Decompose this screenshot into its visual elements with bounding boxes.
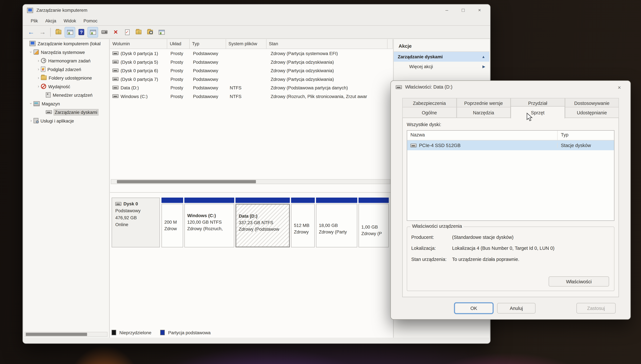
forward-button[interactable]: → (37, 27, 48, 38)
all-disks-list: Nazwa Typ PCIe-4 SSD 512GB Stacje dysków (407, 130, 614, 221)
menu-akcja[interactable]: Akcja (42, 17, 60, 24)
location-value: Lokalizacja 4 (Bus Number 0, Target Id 0… (452, 246, 555, 252)
performance-icon (41, 84, 46, 89)
apply-button[interactable]: Zastosuj (576, 303, 616, 314)
tab-poprzednie-wersje[interactable]: Poprzednie wersje (457, 98, 511, 108)
actions-more-item[interactable]: Więcej akcji ▶ (394, 62, 489, 72)
column-header-nazwa[interactable]: Nazwa (407, 131, 558, 140)
legend-primary-label: Partycja podstawowa (168, 330, 211, 335)
disk-list-row-selected[interactable]: PCIe-4 SSD 512GB Stacje dysków (407, 140, 614, 150)
properties-view-button[interactable] (156, 27, 167, 38)
scrollbar-thumb[interactable] (117, 180, 256, 183)
tree-item-device-manager[interactable]: Menedżer urządzeń (24, 91, 109, 99)
maximize-button[interactable]: □ (455, 5, 471, 15)
partition-512mb[interactable]: 512 MB Zdrowy (291, 198, 315, 247)
help-icon: ? (79, 29, 84, 35)
dialog-close-button[interactable]: × (612, 82, 626, 92)
column-header-system-plikow[interactable]: System plików (226, 39, 266, 48)
back-button[interactable]: ← (26, 27, 36, 38)
partition-data-d[interactable]: Data (D:) 337,23 GB NTFS Zdrowy (Podstaw… (236, 198, 290, 247)
close-button[interactable]: × (471, 5, 488, 15)
column-header-typ[interactable]: Typ (558, 131, 572, 140)
device-properties-button[interactable]: Właściwości (549, 276, 609, 286)
tree-item-system-tools[interactable]: › Narzędzia systemowe (24, 48, 109, 56)
volume-row[interactable]: Data (D:) Prosty Podstawowy NTFS Zdrowy … (110, 83, 393, 92)
disk-status: Online (115, 221, 156, 228)
volume-list-horizontal-scrollbar[interactable] (111, 179, 390, 184)
disk0-header[interactable]: Dysk 0 Podstawowy 476,92 GB Online (112, 198, 160, 247)
tree-item-storage[interactable]: › Magazyn (24, 99, 109, 108)
expander-icon[interactable]: › (29, 101, 33, 106)
tab-dostosowywanie[interactable]: Dostosowywanie (565, 98, 619, 108)
title-bar[interactable]: Zarządzanie komputerem – □ × (23, 4, 490, 16)
menu-plik[interactable]: Plik (27, 17, 42, 24)
tab-zabezpieczenia[interactable]: Zabezpieczenia (402, 98, 457, 108)
volume-row[interactable]: Windows (C:) Prosty Podstawowy NTFS Zdro… (110, 92, 393, 100)
expander-icon[interactable]: › (36, 76, 41, 80)
tree-item-shared-folders[interactable]: › Foldery udostępnione (24, 74, 109, 82)
drive-icon (410, 144, 416, 147)
producer-label: Producent: (411, 234, 452, 240)
tab-ogolne[interactable]: Ogólne (402, 107, 457, 118)
system-tools-icon (34, 49, 39, 54)
tree-item-services-applications[interactable]: › Usługi i aplikacje (24, 116, 109, 125)
forward-icon: → (39, 28, 46, 36)
tree-horizontal-scrollbar[interactable] (25, 332, 107, 337)
tree-item-event-viewer[interactable]: › Podgląd zdarzeń (24, 65, 109, 73)
collapse-icon[interactable]: ▲ (482, 55, 485, 59)
volume-row[interactable]: (Dysk 0 partycja 6) Prosty Podstawowy Zd… (110, 66, 393, 75)
expander-icon[interactable]: › (29, 50, 33, 54)
tab-sprzet[interactable]: Sprzęt (511, 106, 565, 118)
expander-icon[interactable]: › (36, 67, 41, 72)
dialog-title: Właściwości: Data (D:) (405, 84, 452, 89)
folder-search-icon (147, 30, 153, 34)
all-disks-label: Wszystkie dyski: (407, 122, 614, 127)
partition-windows-c[interactable]: Windows (C:) 120,00 GB NTFS Zdrowy (Rozr… (184, 198, 234, 247)
volume-row[interactable]: (Dysk 0 partycja 1) Prosty Podstawowy Zd… (110, 49, 393, 58)
tree-item-performance[interactable]: › Wydajność (24, 82, 109, 90)
column-header-wolumin[interactable]: Wolumin (110, 39, 167, 48)
actions-disk-management-group[interactable]: Zarządzanie dyskami ▲ (394, 52, 489, 62)
tab-narzedzia[interactable]: Narzędzia (457, 107, 511, 118)
storage-icon (34, 101, 40, 106)
partition-efi[interactable]: 200 M Zdrow (161, 198, 183, 247)
menu-pomoc[interactable]: Pomoc (80, 17, 101, 24)
disk-icon (115, 202, 121, 206)
app-icon (27, 8, 33, 13)
column-header-typ[interactable]: Typ (190, 39, 226, 48)
disk-management-pane: Wolumin Układ Typ System plików Stan (Dy… (110, 39, 393, 338)
expander-icon[interactable]: › (36, 84, 41, 88)
partition-18gb[interactable]: 18,00 GB Zdrowy (Party (316, 198, 357, 247)
ok-button[interactable]: OK (455, 303, 493, 314)
expander-icon[interactable]: › (29, 118, 34, 123)
scrollbar-thumb[interactable] (26, 333, 87, 336)
show-action-pane-button[interactable] (88, 27, 98, 38)
volume-row[interactable]: (Dysk 0 partycja 7) Prosty Podstawowy Zd… (110, 75, 393, 83)
column-header-stan[interactable]: Stan (266, 39, 387, 48)
explore-folder-button[interactable] (145, 27, 155, 38)
delete-volume-button[interactable]: × (110, 27, 121, 38)
volume-icon (112, 94, 118, 98)
volume-row[interactable]: (Dysk 0 partycja 5) Prosty Podstawowy Zd… (110, 58, 393, 66)
dialog-title-bar[interactable]: Właściwości: Data (D:) (391, 81, 630, 93)
tree-item-task-scheduler[interactable]: › Harmonogram zadań (24, 56, 109, 65)
help-button[interactable]: ? (76, 27, 87, 38)
column-header-uklad[interactable]: Układ (167, 39, 190, 48)
disk-tool-button[interactable] (99, 27, 110, 38)
tab-udostepnianie[interactable]: Udostępnianie (565, 107, 619, 118)
tree-item-disk-management[interactable]: Zarządzanie dyskami (24, 108, 109, 116)
disk-list-header: Nazwa Typ (407, 131, 614, 140)
open-folder-button[interactable]: ↑ (133, 27, 144, 38)
show-console-tree-button[interactable] (65, 27, 75, 38)
partition-1gb[interactable]: 1,00 GB Zdrowy (P (358, 198, 389, 247)
expander-icon[interactable]: › (36, 58, 41, 63)
minimize-button[interactable]: – (439, 5, 455, 15)
menu-widok[interactable]: Widok (60, 17, 80, 24)
volume-icon (112, 77, 118, 81)
cancel-button[interactable]: Anuluj (497, 303, 535, 314)
folder-up-icon: ↑ (136, 30, 141, 34)
export-list-button[interactable]: ↑ (53, 27, 64, 38)
check-volume-button[interactable]: ✓ (122, 27, 132, 38)
disk-legend: Nieprzydzielone Partycja podstawowa (112, 330, 210, 335)
tree-item-computer-management[interactable]: Zarządzanie komputerem (lokal (24, 39, 109, 48)
